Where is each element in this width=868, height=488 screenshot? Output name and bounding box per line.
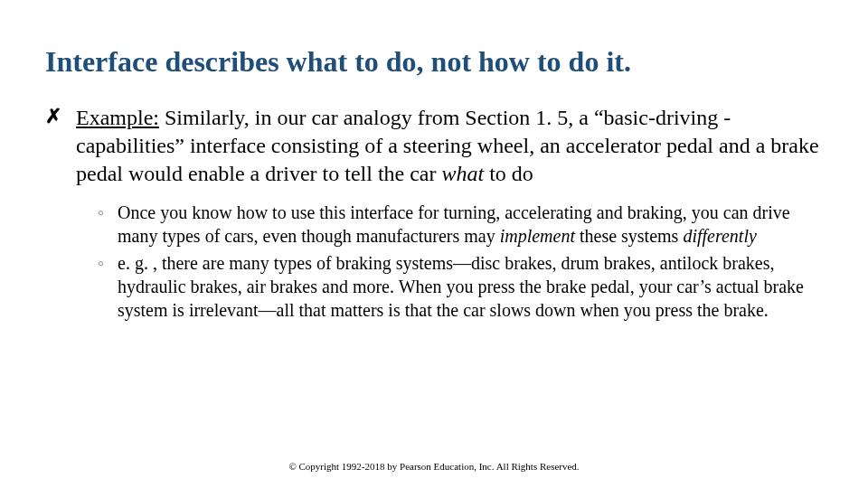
sub-bullet-list: ◦ Once you know how to use this interfac… xyxy=(98,201,823,322)
bullet-text-b: to do xyxy=(484,162,533,185)
sub-bullet: ◦ Once you know how to use this interfac… xyxy=(98,201,823,248)
bullet-marker-icon: ✗ xyxy=(45,104,76,130)
sub-bullet-content: Once you know how to use this interface … xyxy=(118,201,823,248)
sub-bullet-marker-icon: ◦ xyxy=(98,251,118,275)
slide: Interface describes what to do, not how … xyxy=(0,0,868,488)
sub-bullet-marker-icon: ◦ xyxy=(98,201,118,224)
bullet-content: Example: Similarly, in our car analogy f… xyxy=(76,104,823,189)
bullet-italic-a: what xyxy=(442,162,485,185)
example-label: Example: xyxy=(76,106,159,129)
copyright-footer: © Copyright 1992-2018 by Pearson Educati… xyxy=(0,461,868,472)
sub-bullet: ◦ e. g. , there are many types of brakin… xyxy=(98,251,823,322)
sub-text-mid: these systems xyxy=(575,226,683,246)
sub-text-it1: implement xyxy=(500,226,575,246)
sub-text-pre: e. g. , there are many types of braking … xyxy=(118,253,804,320)
sub-text-it2: differently xyxy=(683,226,756,246)
bullet-level-1: ✗ Example: Similarly, in our car analogy… xyxy=(45,104,823,189)
slide-title: Interface describes what to do, not how … xyxy=(45,45,823,79)
sub-bullet-content: e. g. , there are many types of braking … xyxy=(118,251,823,322)
